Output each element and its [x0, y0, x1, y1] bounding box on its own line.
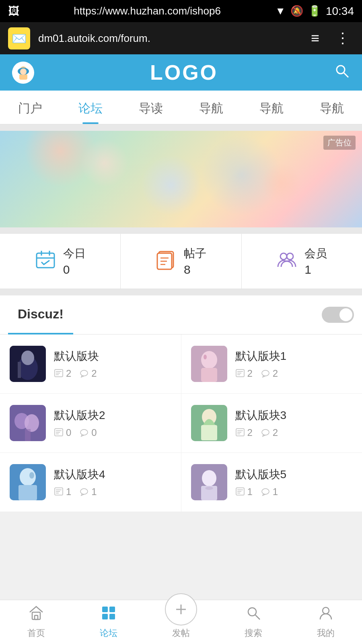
forum-name-6: 默认版块5	[235, 467, 353, 482]
tab-profile[interactable]: 我的	[290, 601, 362, 643]
forum-item-default4[interactable]: 默认版块4 1 1	[0, 453, 181, 512]
nav-tab-nav3[interactable]: 导航	[302, 91, 362, 124]
separator-1	[0, 124, 362, 131]
forum-comments-1: 2	[79, 368, 97, 379]
tab-home[interactable]: 首页	[0, 601, 72, 643]
stat-today-label: 今日	[63, 246, 86, 261]
discuz-tab[interactable]: Discuz!	[8, 295, 73, 334]
nav-tab-forum[interactable]: 论坛	[60, 91, 121, 124]
forum-comments-4: 2	[261, 427, 278, 438]
members-icon	[276, 249, 297, 273]
battery-icon: 🔋	[308, 5, 321, 17]
forum-info-2: 默认版块1 2 2	[235, 349, 353, 379]
forum-item-default2[interactable]: 默认版块2 0 0	[0, 394, 181, 452]
tab-post-label: 发帖	[172, 627, 190, 639]
tab-search[interactable]: 搜索	[217, 601, 290, 643]
search-button[interactable]	[334, 63, 350, 83]
forum-posts-6: 1	[235, 486, 253, 497]
photo-icon: 🖼	[8, 4, 19, 18]
svg-rect-73	[109, 607, 115, 612]
svg-point-29	[204, 355, 207, 359]
svg-point-64	[205, 487, 213, 490]
browser-more-button[interactable]: ⋮	[331, 30, 354, 47]
forum-thumb-4	[191, 405, 227, 441]
forum-row-1: 默认版块 2 2	[0, 334, 362, 394]
forum-info-5: 默认版块4 1 1	[54, 467, 171, 497]
svg-rect-74	[102, 614, 108, 619]
section-separator	[0, 289, 362, 295]
forum-item-default3[interactable]: 默认版块3 2 2	[181, 394, 362, 452]
svg-rect-71	[35, 615, 38, 619]
ad-banner[interactable]: 广告位	[0, 131, 362, 227]
forum-meta-2: 2 2	[235, 368, 353, 379]
wifi-icon: ▼	[275, 5, 286, 17]
forum-thumb-2	[191, 346, 227, 382]
svg-rect-38	[25, 429, 31, 441]
ad-label: 广告位	[323, 136, 356, 150]
forum-meta-3: 0 0	[54, 427, 171, 438]
search-tab-icon	[245, 605, 261, 625]
toggle-switch[interactable]	[322, 307, 354, 323]
svg-point-16	[287, 253, 293, 260]
stat-members: 会员 1	[242, 234, 362, 289]
forum-meta-1: 2 2	[54, 368, 171, 379]
svg-point-78	[248, 608, 256, 616]
stat-today-text: 今日 0	[63, 246, 86, 277]
stat-posts-label: 帖子	[184, 246, 206, 261]
svg-point-3	[20, 68, 27, 75]
status-bar-left: 🖼	[8, 4, 19, 18]
forum-item-default[interactable]: 默认版块 2 2	[0, 334, 181, 393]
svg-point-43	[80, 429, 88, 435]
svg-rect-1	[19, 74, 27, 80]
browser-url[interactable]: dm01.autoik.com/forum.	[38, 32, 299, 45]
tab-post[interactable]: 发帖	[145, 605, 217, 639]
stat-today: 今日 0	[0, 234, 121, 289]
nav-tab-nav2[interactable]: 导航	[241, 91, 302, 124]
browser-tab-icon: ✉️	[8, 27, 30, 50]
stat-members-label: 会员	[304, 246, 327, 261]
forum-name-4: 默认版块3	[235, 408, 353, 423]
svg-rect-75	[109, 614, 115, 619]
forum-posts-3: 0	[54, 427, 71, 438]
user-avatar[interactable]	[12, 62, 34, 84]
home-icon	[28, 605, 44, 625]
forum-name-2: 默认版块1	[235, 349, 353, 364]
status-bar: 🖼 https://www.huzhan.com/ishop6 ▼ 🔕 🔋 10…	[0, 0, 362, 22]
svg-line-79	[255, 615, 260, 619]
toggle-knob	[339, 308, 352, 321]
browser-menu-button[interactable]: ≡	[307, 30, 323, 47]
discuz-section: Discuz! 默认版块	[0, 295, 362, 512]
svg-point-60	[80, 489, 88, 494]
svg-point-55	[29, 472, 34, 479]
bottom-tab-bar: 首页 论坛 发帖 搜索	[0, 600, 362, 644]
forum-meta-4: 2 2	[235, 427, 353, 438]
signal-icon: 🔕	[290, 5, 303, 17]
forum-name-3: 默认版块2	[54, 408, 171, 423]
status-bar-url: https://www.huzhan.com/ishop6	[19, 5, 275, 17]
forum-item-default5[interactable]: 默认版块5 1 1	[181, 453, 362, 512]
stat-today-value: 0	[63, 263, 86, 277]
forum-posts-5: 1	[54, 486, 71, 497]
forum-comments-6: 1	[261, 486, 278, 497]
forum-grid-icon	[101, 605, 117, 625]
svg-point-80	[323, 607, 329, 614]
discuz-tab-bar: Discuz!	[0, 295, 362, 334]
forum-thumb-3	[10, 405, 46, 441]
stat-members-text: 会员 1	[304, 246, 327, 277]
forum-posts-4: 2	[235, 427, 253, 438]
tab-forum[interactable]: 论坛	[72, 601, 145, 643]
nav-tab-guide[interactable]: 导读	[121, 91, 181, 124]
forum-info-3: 默认版块2 0 0	[54, 408, 171, 438]
forum-info-4: 默认版块3 2 2	[235, 408, 353, 438]
banner-section: 广告位	[0, 131, 362, 227]
tab-search-label: 搜索	[245, 627, 262, 639]
forum-name-5: 默认版块4	[54, 467, 171, 482]
svg-rect-72	[102, 607, 108, 612]
forum-info-1: 默认版块 2 2	[54, 349, 171, 379]
forum-info-6: 默认版块5 1 1	[235, 467, 353, 497]
stat-posts-text: 帖子 8	[184, 246, 206, 277]
nav-tab-nav1[interactable]: 导航	[181, 91, 241, 124]
forum-item-default1[interactable]: 默认版块1 2 2	[181, 334, 362, 393]
nav-tab-portal[interactable]: 门户	[0, 91, 60, 124]
svg-rect-20	[18, 362, 21, 378]
